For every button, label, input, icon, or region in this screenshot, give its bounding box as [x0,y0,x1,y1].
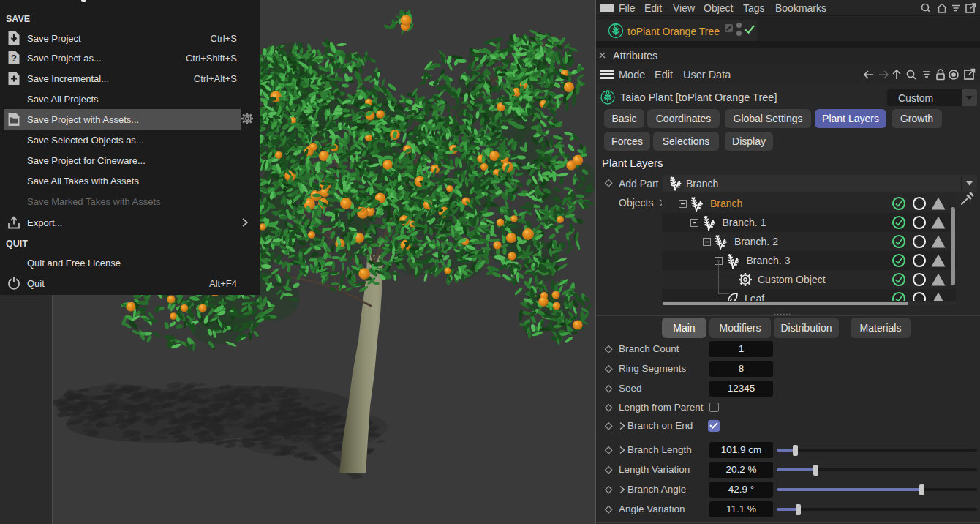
svg-text:?: ? [11,53,17,64]
